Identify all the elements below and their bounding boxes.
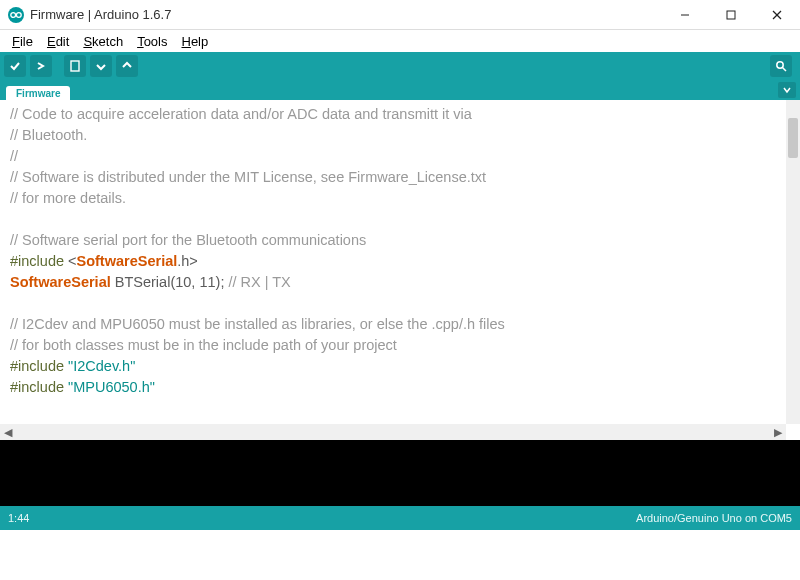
tabbar: Firmware (0, 80, 800, 100)
menu-edit[interactable]: Edit (41, 33, 75, 50)
code-line: // (10, 146, 778, 167)
svg-line-8 (783, 68, 787, 72)
code-line: // I2Cdev and MPU6050 must be installed … (10, 314, 778, 335)
menu-tools[interactable]: Tools (131, 33, 173, 50)
open-sketch-button[interactable] (90, 55, 112, 77)
menubar: FileEditSketchToolsHelp (0, 30, 800, 52)
code-line: #include "MPU6050.h" (10, 377, 778, 398)
svg-point-1 (16, 12, 21, 17)
verify-button[interactable] (4, 55, 26, 77)
statusbar: 1:44 Arduino/Genuino Uno on COM5 (0, 506, 800, 530)
horizontal-scrollbar[interactable]: ◀ ▶ (0, 424, 786, 440)
code-line: #include "I2Cdev.h" (10, 356, 778, 377)
vertical-scrollbar[interactable] (786, 100, 800, 424)
scroll-left-icon[interactable]: ◀ (0, 424, 16, 440)
output-console[interactable] (0, 440, 800, 506)
serial-monitor-button[interactable] (770, 55, 792, 77)
code-line: // Bluetooth. (10, 125, 778, 146)
menu-file[interactable]: File (6, 33, 39, 50)
svg-point-0 (11, 12, 16, 17)
close-button[interactable] (754, 0, 800, 30)
code-line: // Software serial port for the Bluetoot… (10, 230, 778, 251)
board-port-label: Arduino/Genuino Uno on COM5 (636, 512, 792, 524)
minimize-button[interactable] (662, 0, 708, 30)
scroll-right-icon[interactable]: ▶ (770, 424, 786, 440)
editor-area: // Code to acquire acceleration data and… (0, 100, 800, 440)
window-title: Firmware | Arduino 1.6.7 (30, 7, 171, 22)
tab-firmware[interactable]: Firmware (6, 86, 70, 101)
menu-help[interactable]: Help (175, 33, 214, 50)
save-sketch-button[interactable] (116, 55, 138, 77)
titlebar: Firmware | Arduino 1.6.7 (0, 0, 800, 30)
code-line: // for both classes must be in the inclu… (10, 335, 778, 356)
code-line: // for more details. (10, 188, 778, 209)
cursor-position: 1:44 (8, 512, 29, 524)
svg-point-7 (777, 62, 783, 68)
code-line (10, 293, 778, 314)
svg-rect-3 (727, 11, 735, 19)
maximize-button[interactable] (708, 0, 754, 30)
new-sketch-button[interactable] (64, 55, 86, 77)
code-line: // Code to acquire acceleration data and… (10, 104, 778, 125)
code-editor[interactable]: // Code to acquire acceleration data and… (0, 100, 786, 424)
code-line: SoftwareSerial BTSerial(10, 11); // RX |… (10, 272, 778, 293)
code-line (10, 209, 778, 230)
svg-rect-6 (71, 61, 79, 71)
toolbar (0, 52, 800, 80)
vertical-scrollbar-thumb[interactable] (788, 118, 798, 158)
code-line: // Software is distributed under the MIT… (10, 167, 778, 188)
menu-sketch[interactable]: Sketch (77, 33, 129, 50)
code-line: #include <SoftwareSerial.h> (10, 251, 778, 272)
upload-button[interactable] (30, 55, 52, 77)
tab-menu-button[interactable] (778, 82, 796, 98)
horizontal-scrollbar-track[interactable] (16, 424, 770, 440)
arduino-logo-icon (8, 7, 24, 23)
